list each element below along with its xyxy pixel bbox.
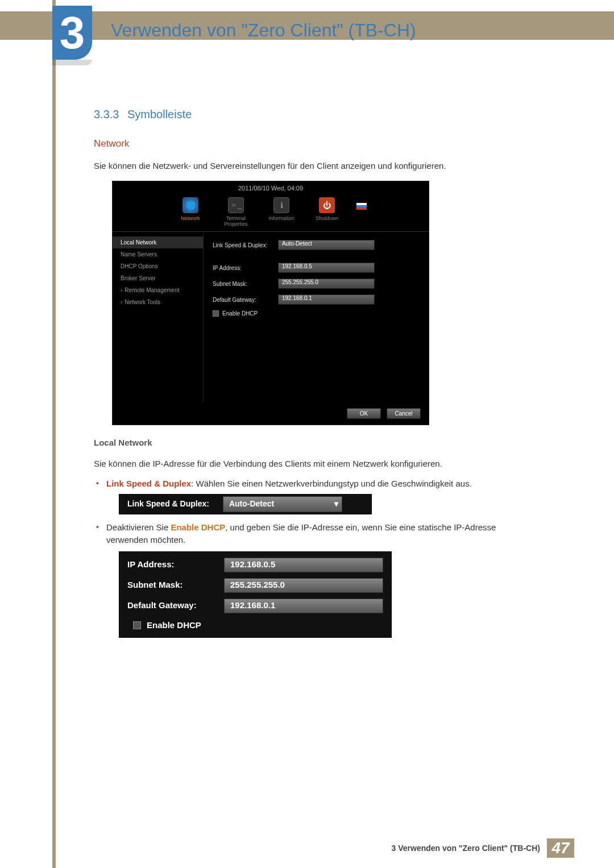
sidebar-item-broker-server[interactable]: Broker Server [113,272,203,284]
bullet-link-speed: Link Speed & Duplex: Wählen Sie einen Ne… [106,477,526,514]
link-speed-select[interactable]: Auto-Detect [278,240,375,250]
snippet-ip-settings: IP Address: 192.168.0.5 Subnet Mask: 255… [119,551,392,638]
toolbar-label: Information [268,215,294,221]
snippet-dropdown[interactable]: Auto-Detect [223,496,342,512]
info-icon: ℹ [273,197,289,213]
chapter-badge-shadow [52,60,92,65]
ip-label: IP Address: [127,558,224,571]
toolbar: 🌐 Network ＞_ Terminal Properties ℹ Infor… [113,197,429,227]
datetime-label: 2011/08/10 Wed, 04:09 [113,181,429,192]
cancel-button[interactable]: Cancel [387,408,421,419]
gateway-label: Default Gateway: [127,599,224,612]
sidebar-item-local-network[interactable]: Local Network [113,236,203,248]
sidebar-item-network-tools[interactable]: ›Network Tools [113,296,203,308]
subnet-label: Subnet Mask: [127,579,224,592]
dhcp-label: Enable DHCP [222,310,258,317]
chapter-title: Verwenden von "Zero Client" (TB-CH) [111,20,416,41]
network-heading: Network [94,138,526,149]
bullet-bold: Link Speed & Duplex [106,479,191,488]
section-number: 3.3.3 [94,108,119,121]
enable-dhcp-checkbox[interactable]: Enable DHCP [213,310,420,317]
sidebar: Local Network Name Servers DHCP Options … [113,232,204,402]
local-network-subheading: Local Network [94,438,526,447]
link-speed-label: Link Speed & Duplex: [213,242,278,248]
flag-icon[interactable] [356,203,367,210]
bullet-dhcp: Deaktivieren Sie Enable DHCP, und geben … [106,521,526,638]
power-icon: ⏻ [319,197,335,213]
toolbar-item-network[interactable]: 🌐 Network [175,197,206,227]
footer-text: 3 Verwenden von "Zero Client" (TB-CH) [392,844,540,853]
page-footer: 3 Verwenden von "Zero Client" (TB-CH) 47 [392,838,574,858]
left-margin-stripe [52,0,56,868]
sidebar-item-name-servers[interactable]: Name Servers [113,248,203,260]
toolbar-label: Terminal Properties [220,215,252,227]
subnet-value[interactable]: 255.255.255.0 [224,578,383,593]
intro-paragraph: Sie können die Netzwerk- und Servereinst… [94,160,526,172]
ip-label: IP Address: [213,265,278,271]
gateway-label: Default Gateway: [213,297,278,303]
gateway-value[interactable]: 192.168.0.1 [224,599,383,613]
form-panel: Link Speed & Duplex: Auto-Detect IP Addr… [204,232,429,402]
ip-value[interactable]: 192.168.0.5 [224,558,383,572]
snippet-link-speed: Link Speed & Duplex: Auto-Detect [119,494,372,514]
page-number: 47 [547,838,574,858]
sidebar-item-remote-management[interactable]: ›Remote Management [113,284,203,296]
bullet-bold: Enable DHCP [171,522,225,532]
screenshot-network-dialog: 2011/08/10 Wed, 04:09 🌐 Network ＞_ Termi… [112,181,429,425]
subnet-input[interactable]: 255.255.255.0 [278,279,375,289]
toolbar-item-info[interactable]: ℹ Information [265,197,297,227]
toolbar-label: Shutdown [316,215,338,221]
toolbar-item-shutdown[interactable]: ⏻ Shutdown [311,197,343,227]
subnet-label: Subnet Mask: [213,281,278,287]
ip-input[interactable]: 192.168.0.5 [278,263,375,273]
globe-icon: 🌐 [182,197,198,213]
gateway-input[interactable]: 192.168.0.1 [278,294,375,305]
checkbox-icon [133,621,141,629]
snippet-label: Link Speed & Duplex: [119,498,217,510]
enable-dhcp-row[interactable]: Enable DHCP [127,619,383,632]
terminal-icon: ＞_ [228,197,244,213]
chapter-number-badge: 3 [52,6,92,60]
ok-button[interactable]: OK [347,408,381,419]
sub-intro: Sie können die IP-Adresse für die Verbin… [94,458,526,470]
checkbox-icon [213,310,219,317]
dhcp-label: Enable DHCP [147,619,201,632]
toolbar-item-terminal[interactable]: ＞_ Terminal Properties [220,197,252,227]
section-heading: 3.3.3 Symbolleiste [94,108,526,121]
toolbar-label: Network [181,215,200,221]
sidebar-item-dhcp-options[interactable]: DHCP Options [113,260,203,272]
section-title: Symbolleiste [127,108,192,121]
